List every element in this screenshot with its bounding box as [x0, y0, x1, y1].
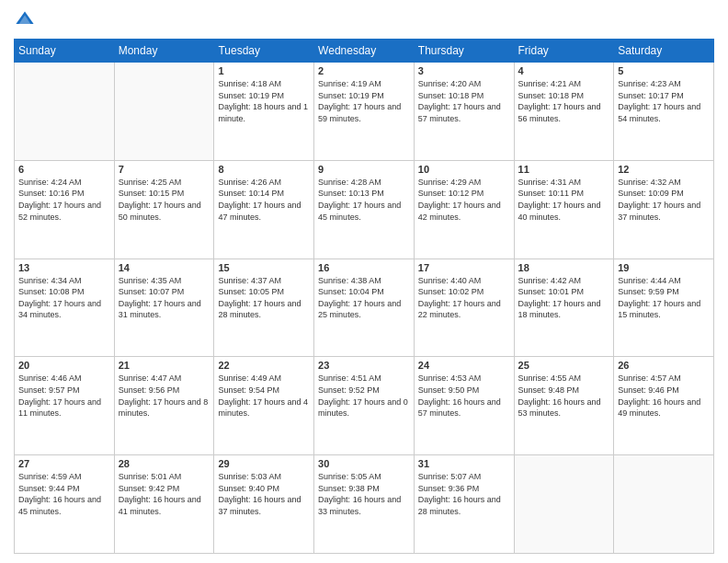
weekday-header-monday: Monday: [114, 40, 214, 63]
day-number: 31: [418, 458, 510, 469]
day-number: 18: [518, 262, 610, 273]
day-number: 1: [218, 65, 310, 76]
calendar-cell: 31Sunrise: 5:07 AM Sunset: 9:36 PM Dayli…: [414, 455, 514, 554]
day-number: 5: [618, 65, 710, 76]
calendar-cell: 7Sunrise: 4:25 AM Sunset: 10:15 PM Dayli…: [114, 160, 214, 259]
day-info: Sunrise: 4:18 AM Sunset: 10:19 PM Daylig…: [218, 78, 310, 124]
day-number: 4: [518, 65, 610, 76]
week-row-3: 20Sunrise: 4:46 AM Sunset: 9:57 PM Dayli…: [15, 357, 714, 455]
day-number: 27: [18, 458, 110, 469]
calendar-cell: 9Sunrise: 4:28 AM Sunset: 10:13 PM Dayli…: [314, 160, 415, 259]
day-number: 25: [518, 360, 610, 371]
calendar-cell: [114, 63, 214, 161]
calendar-cell: 30Sunrise: 5:05 AM Sunset: 9:38 PM Dayli…: [314, 455, 415, 554]
calendar-cell: 26Sunrise: 4:57 AM Sunset: 9:46 PM Dayli…: [614, 357, 714, 455]
day-number: 15: [218, 262, 310, 273]
day-number: 9: [318, 164, 410, 175]
calendar-cell: 22Sunrise: 4:49 AM Sunset: 9:54 PM Dayli…: [214, 357, 314, 455]
day-number: 23: [318, 360, 410, 371]
day-number: 14: [119, 262, 210, 273]
day-info: Sunrise: 4:28 AM Sunset: 10:13 PM Daylig…: [318, 177, 410, 223]
day-info: Sunrise: 4:47 AM Sunset: 9:56 PM Dayligh…: [119, 373, 210, 419]
day-info: Sunrise: 4:37 AM Sunset: 10:05 PM Daylig…: [218, 275, 310, 321]
day-number: 26: [618, 360, 710, 371]
day-number: 29: [218, 458, 310, 469]
calendar-cell: 15Sunrise: 4:37 AM Sunset: 10:05 PM Dayl…: [214, 259, 314, 357]
week-row-1: 6Sunrise: 4:24 AM Sunset: 10:16 PM Dayli…: [15, 160, 714, 259]
calendar-cell: 6Sunrise: 4:24 AM Sunset: 10:16 PM Dayli…: [15, 160, 115, 259]
calendar-cell: 1Sunrise: 4:18 AM Sunset: 10:19 PM Dayli…: [214, 63, 314, 161]
week-row-4: 27Sunrise: 4:59 AM Sunset: 9:44 PM Dayli…: [15, 455, 714, 554]
calendar-cell: 21Sunrise: 4:47 AM Sunset: 9:56 PM Dayli…: [114, 357, 214, 455]
day-info: Sunrise: 5:07 AM Sunset: 9:36 PM Dayligh…: [418, 471, 510, 517]
weekday-header-friday: Friday: [514, 40, 614, 63]
day-number: 13: [18, 262, 110, 273]
week-row-0: 1Sunrise: 4:18 AM Sunset: 10:19 PM Dayli…: [15, 63, 714, 161]
calendar-cell: 28Sunrise: 5:01 AM Sunset: 9:42 PM Dayli…: [114, 455, 214, 554]
day-info: Sunrise: 4:55 AM Sunset: 9:48 PM Dayligh…: [518, 373, 610, 419]
day-info: Sunrise: 4:29 AM Sunset: 10:12 PM Daylig…: [418, 177, 510, 223]
day-info: Sunrise: 4:51 AM Sunset: 9:52 PM Dayligh…: [318, 373, 410, 419]
day-number: 20: [18, 360, 110, 371]
day-info: Sunrise: 4:25 AM Sunset: 10:15 PM Daylig…: [119, 177, 210, 223]
day-info: Sunrise: 4:57 AM Sunset: 9:46 PM Dayligh…: [618, 373, 710, 419]
day-info: Sunrise: 4:24 AM Sunset: 10:16 PM Daylig…: [18, 177, 110, 223]
day-number: 6: [18, 164, 110, 175]
calendar-cell: 19Sunrise: 4:44 AM Sunset: 9:59 PM Dayli…: [614, 259, 714, 357]
day-info: Sunrise: 4:42 AM Sunset: 10:01 PM Daylig…: [518, 275, 610, 321]
logo: [14, 9, 40, 31]
day-info: Sunrise: 5:03 AM Sunset: 9:40 PM Dayligh…: [218, 471, 310, 517]
day-number: 8: [218, 164, 310, 175]
day-info: Sunrise: 4:40 AM Sunset: 10:02 PM Daylig…: [418, 275, 510, 321]
day-info: Sunrise: 4:21 AM Sunset: 10:18 PM Daylig…: [518, 78, 610, 124]
calendar-cell: 23Sunrise: 4:51 AM Sunset: 9:52 PM Dayli…: [314, 357, 415, 455]
calendar-cell: 18Sunrise: 4:42 AM Sunset: 10:01 PM Dayl…: [514, 259, 614, 357]
day-number: 22: [218, 360, 310, 371]
day-number: 3: [418, 65, 510, 76]
weekday-header-row: SundayMondayTuesdayWednesdayThursdayFrid…: [15, 40, 714, 63]
day-number: 10: [418, 164, 510, 175]
day-number: 28: [119, 458, 210, 469]
day-number: 12: [618, 164, 710, 175]
day-info: Sunrise: 4:53 AM Sunset: 9:50 PM Dayligh…: [418, 373, 510, 419]
day-info: Sunrise: 4:34 AM Sunset: 10:08 PM Daylig…: [18, 275, 110, 321]
day-number: 24: [418, 360, 510, 371]
day-number: 30: [318, 458, 410, 469]
week-row-2: 13Sunrise: 4:34 AM Sunset: 10:08 PM Dayl…: [15, 259, 714, 357]
calendar-cell: [614, 455, 714, 554]
calendar-cell: 11Sunrise: 4:31 AM Sunset: 10:11 PM Dayl…: [514, 160, 614, 259]
calendar-cell: 10Sunrise: 4:29 AM Sunset: 10:12 PM Dayl…: [414, 160, 514, 259]
day-info: Sunrise: 4:44 AM Sunset: 9:59 PM Dayligh…: [618, 275, 710, 321]
page: SundayMondayTuesdayWednesdayThursdayFrid…: [0, 0, 728, 563]
day-info: Sunrise: 4:59 AM Sunset: 9:44 PM Dayligh…: [18, 471, 110, 517]
weekday-header-wednesday: Wednesday: [314, 40, 415, 63]
calendar-cell: 2Sunrise: 4:19 AM Sunset: 10:19 PM Dayli…: [314, 63, 415, 161]
day-number: 19: [618, 262, 710, 273]
calendar-cell: 4Sunrise: 4:21 AM Sunset: 10:18 PM Dayli…: [514, 63, 614, 161]
weekday-header-tuesday: Tuesday: [214, 40, 314, 63]
weekday-header-saturday: Saturday: [614, 40, 714, 63]
day-info: Sunrise: 4:38 AM Sunset: 10:04 PM Daylig…: [318, 275, 410, 321]
day-info: Sunrise: 5:01 AM Sunset: 9:42 PM Dayligh…: [119, 471, 210, 517]
day-number: 17: [418, 262, 510, 273]
day-info: Sunrise: 4:26 AM Sunset: 10:14 PM Daylig…: [218, 177, 310, 223]
calendar-cell: 24Sunrise: 4:53 AM Sunset: 9:50 PM Dayli…: [414, 357, 514, 455]
calendar-table: SundayMondayTuesdayWednesdayThursdayFrid…: [14, 39, 714, 554]
day-info: Sunrise: 4:35 AM Sunset: 10:07 PM Daylig…: [119, 275, 210, 321]
calendar-cell: 14Sunrise: 4:35 AM Sunset: 10:07 PM Dayl…: [114, 259, 214, 357]
day-info: Sunrise: 4:32 AM Sunset: 10:09 PM Daylig…: [618, 177, 710, 223]
calendar-cell: 25Sunrise: 4:55 AM Sunset: 9:48 PM Dayli…: [514, 357, 614, 455]
calendar-cell: 8Sunrise: 4:26 AM Sunset: 10:14 PM Dayli…: [214, 160, 314, 259]
header: [14, 9, 714, 31]
day-info: Sunrise: 5:05 AM Sunset: 9:38 PM Dayligh…: [318, 471, 410, 517]
day-number: 16: [318, 262, 410, 273]
weekday-header-thursday: Thursday: [414, 40, 514, 63]
calendar-cell: 27Sunrise: 4:59 AM Sunset: 9:44 PM Dayli…: [15, 455, 115, 554]
logo-icon: [14, 9, 36, 31]
calendar-cell: 3Sunrise: 4:20 AM Sunset: 10:18 PM Dayli…: [414, 63, 514, 161]
calendar-cell: 17Sunrise: 4:40 AM Sunset: 10:02 PM Dayl…: [414, 259, 514, 357]
calendar-cell: 5Sunrise: 4:23 AM Sunset: 10:17 PM Dayli…: [614, 63, 714, 161]
day-number: 2: [318, 65, 410, 76]
day-number: 7: [119, 164, 210, 175]
day-info: Sunrise: 4:20 AM Sunset: 10:18 PM Daylig…: [418, 78, 510, 124]
